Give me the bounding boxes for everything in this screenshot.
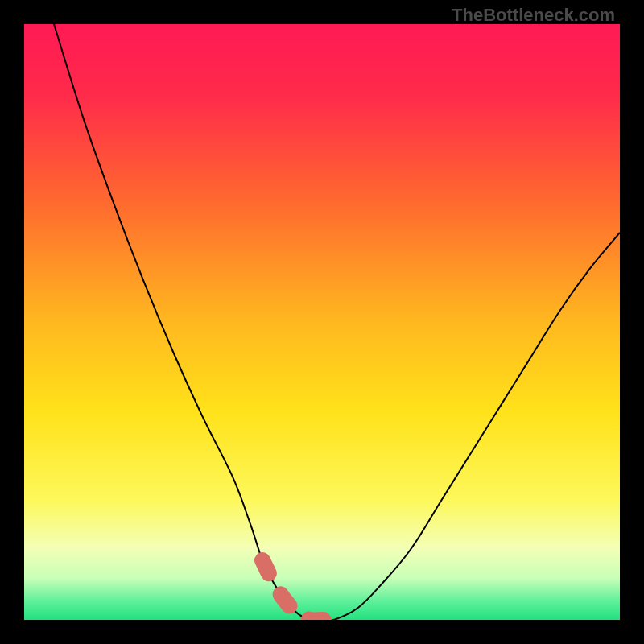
optimal-range-marker bbox=[262, 560, 334, 620]
watermark-text: TheBottleneck.com bbox=[452, 5, 615, 26]
outer-frame: TheBottleneck.com bbox=[0, 0, 644, 644]
chart-svg bbox=[24, 24, 620, 620]
plot-area bbox=[24, 24, 620, 620]
bottleneck-curve bbox=[54, 24, 620, 620]
